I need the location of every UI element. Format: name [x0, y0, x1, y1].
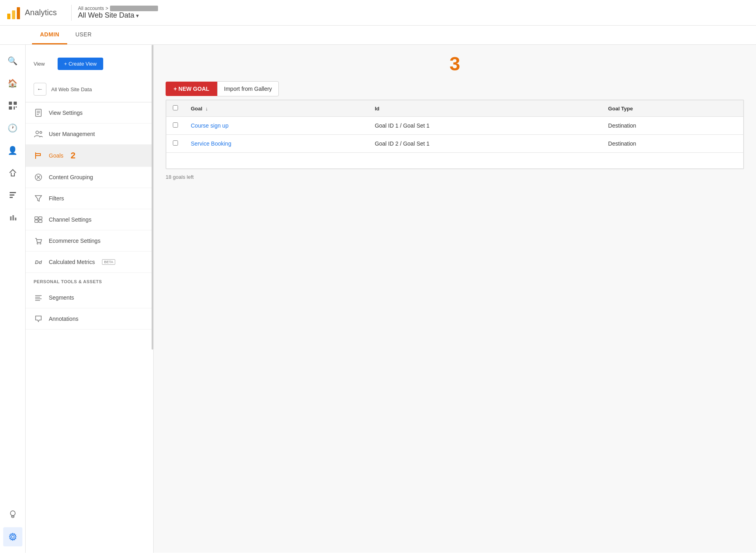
row1-goal-type: Destination [602, 117, 743, 135]
nav-item-filters[interactable]: Filters [26, 188, 153, 209]
nav-item-view-settings[interactable]: View Settings [26, 102, 153, 124]
svg-rect-5 [9, 106, 12, 110]
svg-rect-21 [35, 217, 38, 219]
all-web-site-data-label: All Web Site Data [51, 86, 92, 92]
select-all-checkbox[interactable] [173, 105, 178, 110]
svg-rect-7 [16, 106, 17, 108]
sidebar-item-audience[interactable]: 👤 [3, 141, 22, 160]
empty-row [166, 153, 744, 169]
row1-checkbox[interactable] [173, 122, 178, 128]
chevron-icon: > [106, 6, 108, 11]
scroll-indicator [152, 45, 153, 350]
sidebar-icons: 🔍 🏠 🕐 👤 [0, 45, 26, 553]
topbar: Analytics All accounts > All Web Site Da… [0, 0, 756, 26]
sidebar-item-conversions[interactable] [3, 208, 22, 227]
sidebar-item-dashboard[interactable] [3, 96, 22, 115]
view-name[interactable]: All Web Site Data ▾ [78, 11, 158, 20]
tab-user[interactable]: USER [67, 26, 100, 44]
back-button[interactable]: ← [34, 83, 46, 96]
row1-checkbox-cell [166, 117, 185, 135]
ecommerce-settings-icon [34, 236, 43, 246]
segments-icon [34, 293, 43, 302]
nav-item-goals[interactable]: Goals 2 [26, 145, 153, 167]
svg-rect-6 [14, 106, 15, 110]
import-gallery-button[interactable]: Import from Gallery [217, 81, 279, 96]
goals-table-wrapper: Goal ↓ Id Goal Type [166, 100, 744, 169]
view-label: View [34, 61, 45, 67]
svg-point-18 [40, 132, 42, 134]
calculated-metrics-beta-badge: BETA [102, 259, 115, 265]
nav-item-channel-settings-label: Channel Settings [49, 216, 92, 223]
analytics-title: Analytics [25, 8, 57, 17]
sidebar-item-behavior[interactable] [3, 186, 22, 205]
channel-settings-icon [34, 215, 43, 224]
svg-rect-2 [17, 7, 20, 19]
nav-item-ecommerce-settings[interactable]: Ecommerce Settings [26, 230, 153, 252]
nav-item-view-settings-label: View Settings [49, 110, 83, 116]
nav-panel-header: ← All Web Site Data [26, 80, 153, 102]
nav-item-annotations-label: Annotations [49, 316, 78, 322]
logo-area: Analytics [6, 6, 57, 20]
row2-goal-id: Goal ID 2 / Goal Set 1 [368, 135, 602, 153]
calculated-metrics-icon: Dd [34, 257, 43, 267]
table-header-checkbox [166, 100, 185, 117]
main-layout: 🔍 🏠 🕐 👤 [0, 45, 756, 553]
step-number-3: 3 [166, 53, 744, 75]
create-view-button[interactable]: + Create View [58, 58, 103, 70]
table-header-id: Id [368, 100, 602, 117]
table-header-goal[interactable]: Goal ↓ [184, 100, 368, 117]
sidebar-bottom-icons [3, 505, 22, 553]
account-name-redacted [110, 6, 158, 11]
view-settings-icon [34, 108, 43, 118]
goals-table: Goal ↓ Id Goal Type [166, 100, 744, 169]
content-grouping-icon [34, 172, 43, 182]
nav-item-calculated-metrics[interactable]: Dd Calculated Metrics BETA [26, 252, 153, 273]
all-accounts-row: All accounts > [78, 6, 158, 11]
nav-panel-view-row: View + Create View [26, 45, 153, 80]
svg-rect-23 [35, 220, 38, 222]
svg-rect-9 [10, 194, 14, 196]
content-area: 3 + NEW GOAL Import from Gallery Goa [154, 45, 756, 553]
goals-left-label: 18 goals left [166, 169, 744, 185]
sidebar-item-settings[interactable] [3, 527, 22, 546]
svg-rect-22 [39, 217, 42, 219]
svg-rect-0 [7, 14, 10, 19]
svg-point-26 [40, 243, 41, 244]
svg-rect-24 [39, 220, 42, 222]
filters-icon [34, 194, 43, 203]
nav-item-filters-label: Filters [49, 195, 64, 202]
svg-rect-1 [12, 10, 15, 19]
new-goal-button[interactable]: + NEW GOAL [166, 82, 217, 96]
row1-goal-link[interactable]: Course sign up [191, 122, 228, 129]
row1-goal-name: Course sign up [184, 117, 368, 135]
nav-item-user-management-label: User Management [49, 131, 95, 137]
nav-item-user-management[interactable]: User Management [26, 124, 153, 145]
sidebar-item-lightbulb[interactable] [3, 505, 22, 524]
account-area: All accounts > All Web Site Data ▾ [78, 6, 158, 20]
svg-point-11 [10, 511, 15, 516]
nav-item-annotations[interactable]: Annotations [26, 308, 153, 330]
nav-tabs: ADMIN USER [0, 26, 756, 45]
row2-checkbox[interactable] [173, 140, 178, 146]
sidebar-item-reports[interactable]: 🕐 [3, 118, 22, 138]
sidebar-item-home[interactable]: 🏠 [3, 74, 22, 93]
nav-panel: View + Create View ← All Web Site Data V… [26, 45, 154, 553]
nav-item-channel-settings[interactable]: Channel Settings [26, 209, 153, 230]
row1-goal-id: Goal ID 1 / Goal Set 1 [368, 117, 602, 135]
row2-goal-link[interactable]: Service Booking [191, 140, 231, 147]
goals-icon [34, 151, 43, 160]
nav-item-goals-label: Goals [49, 152, 64, 159]
all-accounts-label[interactable]: All accounts [78, 6, 104, 11]
view-dropdown-arrow: ▾ [136, 12, 139, 19]
svg-rect-4 [14, 102, 17, 105]
sidebar-item-acquisition[interactable] [3, 163, 22, 182]
sidebar-item-search[interactable]: 🔍 [3, 51, 22, 70]
nav-item-segments[interactable]: Segments [26, 287, 153, 308]
sort-icon: ↓ [206, 106, 208, 112]
row2-goal-type: Destination [602, 135, 743, 153]
analytics-logo-icon [6, 6, 21, 20]
personal-tools-section-label: PERSONAL TOOLS & ASSETS [26, 273, 153, 287]
svg-rect-8 [10, 192, 16, 193]
tab-admin[interactable]: ADMIN [32, 26, 67, 44]
nav-item-content-grouping[interactable]: Content Grouping [26, 167, 153, 188]
